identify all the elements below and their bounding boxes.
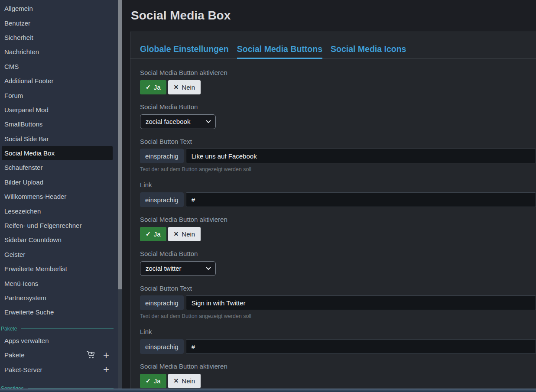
sidebar-item-sicherheit[interactable]: Sicherheit: [2, 30, 113, 45]
no-label: Nein: [182, 230, 195, 238]
check-icon: ✓: [146, 84, 151, 90]
language-selector-button[interactable]: einsprachig: [140, 295, 184, 310]
settings-panel: Globale Einstellungen Social Media Butto…: [130, 32, 536, 392]
tab-social-media-buttons[interactable]: Social Media Buttons: [237, 44, 322, 59]
sidebar-item-nachrichten[interactable]: Nachrichten: [2, 45, 113, 59]
form-group-activate-3: Social Media Button aktivieren ✓ Ja ✕ Ne…: [140, 363, 536, 388]
sidebar-item-label: Pakete: [4, 351, 25, 359]
sidebar-item-actions: +: [103, 364, 109, 375]
yes-button[interactable]: ✓ Ja: [140, 227, 166, 241]
form-group-link-2: Link einsprachig: [140, 328, 536, 354]
shopping-cart-icon[interactable]: [86, 351, 95, 359]
field-label: Social Media Button aktivieren: [140, 216, 536, 224]
x-icon: ✕: [174, 84, 179, 90]
no-button[interactable]: ✕ Nein: [168, 80, 201, 94]
field-label: Link: [140, 328, 536, 336]
sidebar-item-paket-server[interactable]: Paket-Server +: [2, 362, 113, 376]
no-button[interactable]: ✕ Nein: [168, 374, 201, 388]
link-input[interactable]: [186, 192, 536, 207]
sidebar-scrollbar[interactable]: [118, 0, 122, 392]
yes-button[interactable]: ✓ Ja: [140, 374, 166, 388]
sidebar-item-geister[interactable]: Geister: [2, 247, 113, 262]
plus-icon[interactable]: +: [103, 364, 109, 375]
field-label: Link: [140, 181, 536, 189]
field-help-text: Text der auf dem Button angezeigt werden…: [140, 166, 536, 172]
field-label: Social Media Button: [140, 103, 536, 111]
tab-bar: Globale Einstellungen Social Media Butto…: [130, 32, 536, 59]
select-value: zocial facebook: [146, 118, 190, 125]
sidebar-item-erweiterte-suche[interactable]: Erweiterte Suche: [2, 305, 113, 319]
tab-globale-einstellungen[interactable]: Globale Einstellungen: [140, 44, 229, 59]
social-media-button-select[interactable]: zocial facebook: [140, 114, 216, 129]
toggle-row: ✓ Ja ✕ Nein: [140, 80, 536, 94]
plus-icon[interactable]: +: [103, 350, 109, 360]
sidebar-item-reifen-und-felgenrechner[interactable]: Reifen- und Felgenrechner: [2, 218, 113, 233]
language-selector-button[interactable]: einsprachig: [140, 192, 184, 207]
admin-panel: Allgemein Benutzer Sicherheit Nachrichte…: [0, 0, 536, 392]
sidebar-item-bilder-upload[interactable]: Bilder Upload: [2, 175, 113, 189]
sidebar-item-social-media-box[interactable]: Social Media Box: [2, 146, 113, 160]
settings-form: Social Media Button aktivieren ✓ Ja ✕ Ne…: [130, 59, 536, 392]
field-label: Social Button Text: [140, 138, 536, 146]
sidebar-item-smallbuttons[interactable]: SmallButtons: [2, 117, 113, 131]
i18n-row: einsprachig: [140, 339, 536, 354]
section-divider: [21, 328, 114, 329]
sidebar-item-cms[interactable]: CMS: [2, 59, 113, 74]
chevron-down-icon: [206, 120, 211, 123]
check-icon: ✓: [146, 378, 151, 384]
sidebar-item-apps-verwalten[interactable]: Apps verwalten: [2, 334, 113, 348]
field-label: Social Media Button: [140, 250, 536, 258]
i18n-row: einsprachig: [140, 295, 536, 310]
form-group-button-text-2: Social Button Text einsprachig Text der …: [140, 285, 536, 320]
section-title: Pakete: [1, 326, 17, 332]
i18n-row: einsprachig: [140, 192, 536, 207]
sidebar-item-willkommens-header[interactable]: Willkommens-Header: [2, 189, 113, 204]
field-label: Social Button Text: [140, 285, 536, 293]
scrollbar-thumb[interactable]: [118, 0, 122, 289]
sidebar-item-allgemein[interactable]: Allgemein: [2, 1, 113, 16]
social-media-button-select[interactable]: zocial twitter: [140, 261, 216, 276]
sidebar-item-userpanel-mod[interactable]: Userpanel Mod: [2, 103, 113, 117]
chevron-down-icon: [206, 267, 211, 270]
page-title: Social Media Box: [131, 9, 536, 23]
x-icon: ✕: [174, 378, 179, 384]
no-label: Nein: [182, 377, 195, 385]
link-input[interactable]: [186, 339, 536, 354]
sidebar-item-benutzer[interactable]: Benutzer: [2, 16, 113, 30]
no-button[interactable]: ✕ Nein: [168, 227, 201, 241]
tab-social-media-icons[interactable]: Social Media Icons: [331, 44, 406, 59]
language-selector-button[interactable]: einsprachig: [140, 149, 184, 163]
select-value: zocial twitter: [146, 265, 182, 272]
yes-label: Ja: [154, 377, 161, 385]
sidebar-section-pakete: Pakete: [1, 324, 114, 334]
toggle-row: ✓ Ja ✕ Nein: [140, 374, 536, 388]
form-group-link-1: Link einsprachig: [140, 181, 536, 207]
field-help-text: Text der auf dem Button angezeigt werden…: [140, 313, 536, 319]
yes-label: Ja: [154, 230, 161, 238]
sidebar-item-social-side-bar[interactable]: Social Side Bar: [2, 132, 113, 146]
social-button-text-input[interactable]: [186, 295, 536, 310]
sidebar-item-sidebar-countdown[interactable]: Sidebar Countdown: [2, 233, 113, 247]
field-label: Social Media Button aktivieren: [140, 363, 536, 371]
social-button-text-input[interactable]: [186, 149, 536, 163]
yes-label: Ja: [154, 84, 161, 91]
sidebar-item-lesezeichen[interactable]: Lesezeichen: [2, 204, 113, 218]
sidebar-item-partnersystem[interactable]: Partnersystem: [2, 291, 113, 305]
sidebar-item-schaufenster[interactable]: Schaufenster: [2, 160, 113, 175]
field-label: Social Media Button aktivieren: [140, 69, 536, 77]
check-icon: ✓: [146, 231, 151, 237]
sidebar-item-pakete[interactable]: Pakete +: [2, 348, 113, 362]
window-bottom-edge: [0, 389, 536, 392]
sidebar-item-erweiterte-memberlist[interactable]: Erweiterte Memberlist: [2, 262, 113, 276]
toggle-row: ✓ Ja ✕ Nein: [140, 227, 536, 241]
sidebar-item-forum[interactable]: Forum: [2, 88, 113, 102]
sidebar: Allgemein Benutzer Sicherheit Nachrichte…: [0, 0, 118, 392]
sidebar-item-menue-icons[interactable]: Menü-Icons: [2, 276, 113, 290]
language-selector-button[interactable]: einsprachig: [140, 339, 184, 354]
main-content: Social Media Box Globale Einstellungen S…: [122, 0, 536, 392]
form-group-activate-2: Social Media Button aktivieren ✓ Ja ✕ Ne…: [140, 216, 536, 241]
form-group-button-select-2: Social Media Button zocial twitter: [140, 250, 536, 276]
form-group-activate-1: Social Media Button aktivieren ✓ Ja ✕ Ne…: [140, 69, 536, 94]
yes-button[interactable]: ✓ Ja: [140, 80, 166, 94]
sidebar-item-additional-footer[interactable]: Additional Footer: [2, 74, 113, 88]
